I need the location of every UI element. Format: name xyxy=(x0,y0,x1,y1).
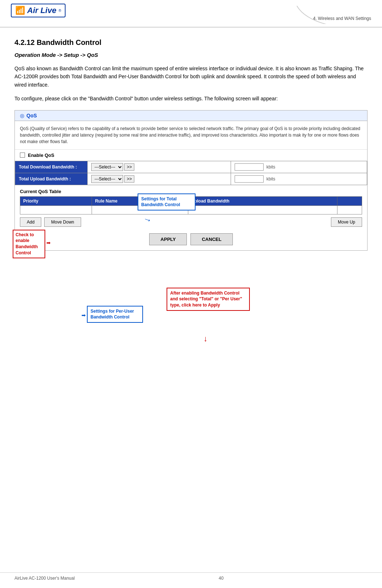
body-paragraph-2: To configure, please click on the "Bandw… xyxy=(14,95,368,103)
action-buttons-row: Add Move Down Move Up xyxy=(15,214,367,230)
logo-box: 📶 Air Live ® xyxy=(11,4,66,17)
chapter-title: 4. Wireless and WAN Settings xyxy=(248,4,371,24)
cancel-button[interactable]: CANCEL xyxy=(190,233,232,245)
download-select[interactable]: ---Select--- xyxy=(91,163,123,171)
enable-qos-label: Enable QoS xyxy=(28,153,54,158)
enable-qos-checkbox[interactable] xyxy=(20,153,25,158)
page-footer: AirLive AC-1200 User's Manual 40 xyxy=(0,572,382,581)
qos-wrapper: Check to enable Bandwidth Control ➡ Sett… xyxy=(14,110,368,251)
download-kbits-cell: kbits xyxy=(231,161,367,173)
body-paragraph-1: QoS also known as Bandwidth Control can … xyxy=(14,64,368,89)
enable-qos-row: Enable QoS xyxy=(15,150,367,161)
qos-title: QoS xyxy=(26,113,37,118)
upload-apply-btn[interactable]: >> xyxy=(124,175,134,183)
download-kbits-input[interactable] xyxy=(235,163,264,171)
page-header: 📶 Air Live ® 4. Wireless and WAN Setting… xyxy=(0,0,382,28)
section-title: 4.2.12 Bandwidth Control xyxy=(14,38,368,47)
chapter-text: 4. Wireless and WAN Settings xyxy=(313,16,371,21)
callout-check-enable: Check to enable Bandwidth Control xyxy=(13,230,45,258)
move-up-button[interactable]: Move Up xyxy=(331,217,362,227)
apply-cancel-row: APPLY CANCEL xyxy=(15,230,367,250)
footer-page-number: 40 xyxy=(219,576,223,581)
upload-kbits-input[interactable] xyxy=(235,175,264,183)
download-row: Total Download Bandwidth : ---Select--- … xyxy=(15,161,367,173)
col-extra xyxy=(337,196,362,205)
logo-area: 📶 Air Live ® xyxy=(11,4,66,17)
qos-panel-header: ◎ QoS xyxy=(15,110,367,121)
upload-label: Total Upload Bandwidth : xyxy=(15,173,88,185)
upload-row: Total Upload Bandwidth : ---Select--- >>… xyxy=(15,173,367,185)
col-upload-bw: Upload Bandwidth xyxy=(188,196,337,205)
operation-mode: Operation Mode -> Setup -> QoS xyxy=(14,52,368,58)
upload-kbits-cell: kbits xyxy=(231,173,367,185)
download-label: Total Download Bandwidth : xyxy=(15,161,88,173)
wifi-icon: 📶 xyxy=(15,6,25,15)
callout-total-bw: Settings for Total Bandwidth Control xyxy=(138,193,196,211)
qos-panel: ◎ QoS QoS (Quality of Service) refers to… xyxy=(14,110,368,251)
qos-description: QoS (Quality of Service) refers to the c… xyxy=(15,121,367,150)
main-content: 4.2.12 Bandwidth Control Operation Mode … xyxy=(0,28,382,265)
apply-button[interactable]: APPLY xyxy=(149,233,187,245)
logo-text: Air Live xyxy=(27,6,56,15)
upload-select-cell: ---Select--- >> xyxy=(88,173,231,185)
upload-select[interactable]: ---Select--- xyxy=(91,175,123,183)
col-priority: Priority xyxy=(20,196,92,205)
qos-icon: ◎ xyxy=(20,113,24,118)
download-select-cell: ---Select--- >> xyxy=(88,161,231,173)
footer-left: AirLive AC-1200 User's Manual xyxy=(14,576,75,581)
svg-point-0 xyxy=(295,6,371,24)
add-button[interactable]: Add xyxy=(20,217,41,227)
per-user-arrow: ➡ xyxy=(81,312,86,318)
logo-reg: ® xyxy=(59,9,61,13)
bandwidth-table: Total Download Bandwidth : ---Select--- … xyxy=(15,161,367,185)
check-arrow: ➡ xyxy=(46,240,51,246)
after-enable-arrow: ↓ xyxy=(203,334,207,343)
download-apply-btn[interactable]: >> xyxy=(124,163,134,171)
callout-per-user: Settings for Per-User Bandwidth Control xyxy=(87,306,143,323)
move-down-button[interactable]: Move Down xyxy=(44,217,81,227)
callout-after-enable: After enabling Bandwidth Control and sel… xyxy=(167,288,250,311)
